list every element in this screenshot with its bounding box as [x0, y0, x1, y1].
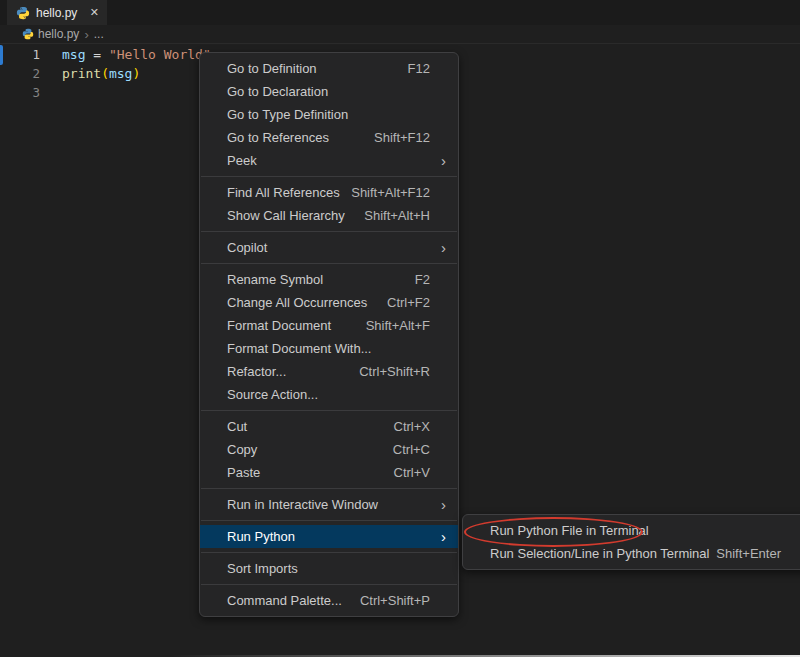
menu-item-label: Go to Declaration [227, 84, 430, 99]
menu-item-run-python[interactable]: Run Python› [200, 525, 458, 548]
menu-item-shortcut: Ctrl+V [394, 465, 430, 480]
context-menu: Go to DefinitionF12Go to DeclarationGo t… [199, 52, 459, 617]
submenu-chevron-icon: › [430, 240, 446, 255]
menu-item-shortcut: Ctrl+F2 [387, 295, 430, 310]
menu-item-go-to-declaration[interactable]: Go to Declaration [200, 80, 458, 103]
token-plain: = [85, 47, 108, 62]
menu-item-go-to-definition[interactable]: Go to DefinitionF12 [200, 57, 458, 80]
menu-item-label: Rename Symbol [227, 272, 415, 287]
menu-item-label: Change All Occurrences [227, 295, 387, 310]
breadcrumb-file[interactable]: hello.py [38, 27, 79, 41]
menu-separator [201, 410, 457, 411]
menu-item-shortcut: Shift+F12 [374, 130, 430, 145]
menu-item-label: Sort Imports [227, 561, 430, 576]
submenu-chevron-icon: › [430, 153, 446, 168]
menu-item-run-in-interactive-window[interactable]: Run in Interactive Window› [200, 493, 458, 516]
breadcrumb: hello.py › ... [0, 25, 800, 44]
submenu-item-run-python-file-in-terminal[interactable]: Run Python File in Terminal [463, 519, 800, 542]
run-python-submenu: Run Python File in TerminalRun Selection… [462, 514, 800, 570]
breadcrumb-symbol[interactable]: ... [94, 27, 104, 41]
menu-item-paste[interactable]: PasteCtrl+V [200, 461, 458, 484]
menu-item-label: Run Selection/Line in Python Terminal [490, 546, 716, 561]
menu-item-shortcut: Ctrl+C [393, 442, 430, 457]
line-number: 3 [0, 85, 40, 100]
menu-item-label: Format Document [227, 318, 366, 333]
menu-item-label: Show Call Hierarchy [227, 208, 364, 223]
submenu-chevron-icon: › [430, 497, 446, 512]
token-variable: msg [109, 66, 132, 81]
tab-title: hello.py [36, 6, 84, 20]
menu-item-cut[interactable]: CutCtrl+X [200, 415, 458, 438]
menu-item-shortcut: Ctrl+Shift+P [360, 593, 430, 608]
menu-item-label: Peek [227, 153, 430, 168]
menu-item-shortcut: Shift+Alt+H [364, 208, 430, 223]
submenu-item-run-selection-line-in-python-terminal[interactable]: Run Selection/Line in Python TerminalShi… [463, 542, 800, 565]
menu-item-label: Go to Definition [227, 61, 408, 76]
submenu-chevron-icon: › [430, 529, 446, 544]
menu-separator [201, 263, 457, 264]
active-line-indicator [0, 45, 3, 65]
python-icon [16, 6, 30, 20]
menu-item-shortcut: F12 [408, 61, 430, 76]
menu-item-sort-imports[interactable]: Sort Imports [200, 557, 458, 580]
menu-item-go-to-references[interactable]: Go to ReferencesShift+F12 [200, 126, 458, 149]
tab-bar: hello.py ✕ [0, 0, 800, 25]
python-icon-small [22, 28, 34, 40]
menu-item-label: Copy [227, 442, 393, 457]
menu-item-shortcut: Ctrl+X [394, 419, 430, 434]
menu-item-change-all-occurrences[interactable]: Change All OccurrencesCtrl+F2 [200, 291, 458, 314]
menu-separator [201, 231, 457, 232]
menu-item-rename-symbol[interactable]: Rename SymbolF2 [200, 268, 458, 291]
token-bracket: ( [101, 66, 109, 81]
line-number: 1 [0, 47, 40, 62]
menu-item-shortcut: F2 [415, 272, 430, 287]
menu-item-peek[interactable]: Peek› [200, 149, 458, 172]
chevron-right-icon: › [84, 27, 88, 42]
menu-item-copilot[interactable]: Copilot› [200, 236, 458, 259]
menu-separator [201, 488, 457, 489]
menu-item-label: Command Palette... [227, 593, 360, 608]
menu-item-find-all-references[interactable]: Find All ReferencesShift+Alt+F12 [200, 181, 458, 204]
tab-hello-py[interactable]: hello.py ✕ [7, 0, 107, 25]
menu-item-show-call-hierarchy[interactable]: Show Call HierarchyShift+Alt+H [200, 204, 458, 227]
menu-item-label: Cut [227, 419, 394, 434]
token-function: print [62, 66, 101, 81]
menu-item-shortcut: Shift+Alt+F12 [351, 185, 430, 200]
menu-item-shortcut: Shift+Alt+F [366, 318, 430, 333]
menu-item-label: Go to References [227, 130, 374, 145]
menu-item-source-action[interactable]: Source Action... [200, 383, 458, 406]
menu-item-command-palette[interactable]: Command Palette...Ctrl+Shift+P [200, 589, 458, 612]
menu-item-label: Refactor... [227, 364, 359, 379]
menu-item-label: Go to Type Definition [227, 107, 430, 122]
line-number: 2 [0, 66, 40, 81]
menu-item-label: Find All References [227, 185, 351, 200]
menu-separator [201, 584, 457, 585]
menu-separator [201, 176, 457, 177]
code-text: msg = "Hello World" [40, 47, 211, 62]
menu-item-label: Copilot [227, 240, 430, 255]
menu-item-label: Source Action... [227, 387, 430, 402]
token-bracket: ) [132, 66, 140, 81]
menu-item-shortcut: Shift+Enter [716, 546, 781, 561]
token-string: "Hello World" [109, 47, 211, 62]
code-text: print(msg) [40, 66, 140, 81]
menu-item-label: Format Document With... [227, 341, 430, 356]
menu-item-copy[interactable]: CopyCtrl+C [200, 438, 458, 461]
menu-separator [201, 552, 457, 553]
menu-separator [201, 520, 457, 521]
menu-item-refactor[interactable]: Refactor...Ctrl+Shift+R [200, 360, 458, 383]
menu-item-shortcut: Ctrl+Shift+R [359, 364, 430, 379]
menu-item-label: Run Python [227, 529, 430, 544]
menu-item-format-document-with[interactable]: Format Document With... [200, 337, 458, 360]
menu-item-label: Paste [227, 465, 394, 480]
menu-item-format-document[interactable]: Format DocumentShift+Alt+F [200, 314, 458, 337]
menu-item-label: Run in Interactive Window [227, 497, 430, 512]
close-icon[interactable]: ✕ [90, 7, 99, 18]
token-variable: msg [62, 47, 85, 62]
menu-item-go-to-type-definition[interactable]: Go to Type Definition [200, 103, 458, 126]
menu-item-label: Run Python File in Terminal [490, 523, 781, 538]
